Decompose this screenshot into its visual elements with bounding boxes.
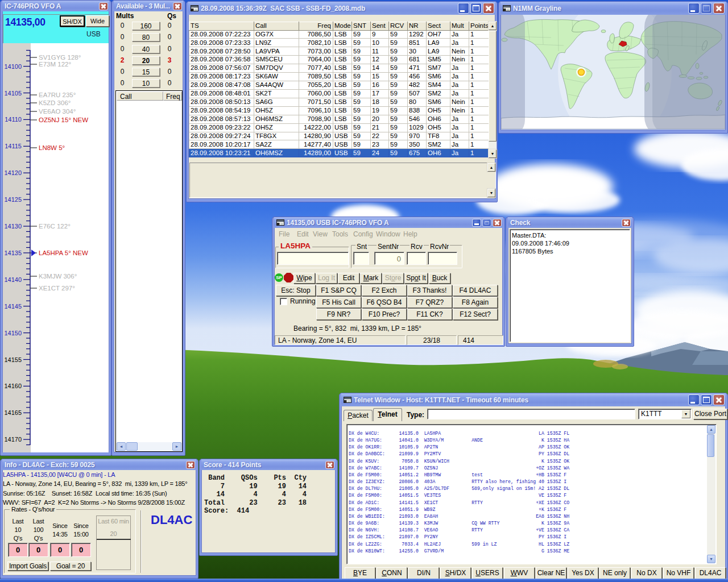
svg-text:14125: 14125 [4, 196, 22, 203]
svg-text:E76C 122°: E76C 122° [39, 223, 71, 230]
svg-text:14140: 14140 [4, 276, 22, 283]
svg-text:E73M 122°: E73M 122° [39, 61, 71, 68]
svg-text:14110: 14110 [5, 116, 22, 123]
svg-text:14135: 14135 [4, 250, 22, 256]
svg-text:14120: 14120 [4, 169, 22, 176]
svg-text:14150: 14150 [4, 330, 22, 336]
svg-text:K3MJW 306°: K3MJW 306° [39, 273, 77, 280]
svg-text:OZ5NJ 15° NEW: OZ5NJ 15° NEW [39, 117, 88, 123]
svg-text:LA5HPA 5° NEW: LA5HPA 5° NEW [39, 250, 88, 256]
svg-text:14105: 14105 [4, 90, 22, 97]
svg-text:K5ZD 306°: K5ZD 306° [39, 99, 71, 106]
svg-text:14115: 14115 [5, 143, 22, 149]
svg-text:14165: 14165 [4, 409, 22, 416]
svg-text:VE6AO 304°: VE6AO 304° [39, 108, 76, 115]
svg-text:14145: 14145 [4, 303, 22, 310]
svg-text:14100: 14100 [4, 63, 22, 70]
svg-text:LN8W 5°: LN8W 5° [39, 144, 65, 151]
svg-text:14155: 14155 [4, 356, 22, 363]
svg-text:XE1CT 297°: XE1CT 297° [39, 285, 75, 292]
svg-text:14170: 14170 [4, 436, 22, 443]
svg-text:EA7RU 235°: EA7RU 235° [39, 92, 76, 98]
svg-text:SV1GYG 128°: SV1GYG 128° [39, 54, 81, 61]
svg-text:14130: 14130 [4, 223, 22, 230]
svg-text:14160: 14160 [4, 383, 22, 389]
